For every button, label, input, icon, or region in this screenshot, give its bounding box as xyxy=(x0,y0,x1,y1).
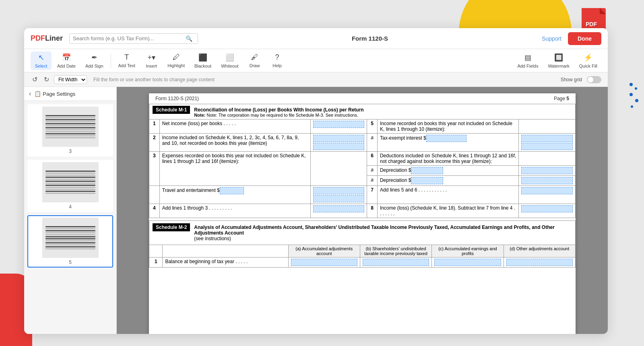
col-empty2 xyxy=(163,245,288,257)
draw-tool[interactable]: 🖋 Draw xyxy=(244,51,265,70)
row-6-num: 6 xyxy=(367,152,378,166)
row-8-input[interactable] xyxy=(519,204,576,218)
row-6-input[interactable] xyxy=(519,152,576,166)
show-grid-label: Show grid xyxy=(561,77,582,82)
schedule-m2-row-1: 1 Balance at beginning of tax year . . .… xyxy=(149,257,576,268)
calendar-icon: 📅 xyxy=(62,53,71,62)
row-7-label: Add lines 5 and 6 . . . . . . . . . . . xyxy=(377,186,518,204)
row-5-input[interactable] xyxy=(519,119,576,134)
page-thumb-5[interactable]: 5 xyxy=(27,215,113,268)
svg-text:PDF: PDF xyxy=(586,21,597,27)
row-5a-input[interactable] xyxy=(519,134,576,152)
support-link[interactable]: Support xyxy=(542,35,561,42)
quick-fill-icon: ⚡ xyxy=(584,53,592,62)
insert-tool[interactable]: +▾ Insert xyxy=(141,51,162,70)
row-2-label: Income included on Schedule K, lines 1, … xyxy=(159,134,310,152)
search-input[interactable] xyxy=(73,35,186,41)
schedule-m2-table: Schedule M-2 Analysis of Accumulated Adj… xyxy=(149,220,576,268)
row-3b-input[interactable] xyxy=(310,186,367,204)
add-date-tool[interactable]: 📅 Add Date xyxy=(53,51,80,70)
page-number: 5 xyxy=(566,96,569,101)
watermark-icon: 🔲 xyxy=(554,53,563,62)
col-b-header: (b) Shareholders' undistributed taxable … xyxy=(360,245,431,257)
schedule-m1-row-3c: Travel and entertainment $ 7 Add lines 5… xyxy=(149,186,576,204)
add-date-label: Add Date xyxy=(57,64,76,68)
row-6a-sublabel: a xyxy=(367,176,378,186)
toolbar-separator-1 xyxy=(111,54,111,68)
logo-pdf-text: PDF xyxy=(31,34,45,43)
page-thumb-3-inner xyxy=(42,107,99,147)
undo-button[interactable]: ↺ xyxy=(31,75,39,84)
page-settings-icon: 📋 xyxy=(34,91,41,97)
pdf-document: Form 1120-S (2021) Page 5 Schedule M-1 R… xyxy=(149,93,576,334)
row-3a-input[interactable] xyxy=(519,166,576,176)
row-4-input[interactable] xyxy=(310,204,367,218)
row-2-input[interactable] xyxy=(310,134,367,152)
quick-fill-tool[interactable]: ⚡ Quick Fill xyxy=(575,51,601,70)
watermark-tool[interactable]: 🔲 Watermark xyxy=(544,51,573,70)
row-3a-text: Depreciation $ xyxy=(377,166,518,176)
row-5-num: 5 xyxy=(367,119,378,134)
sidebar-toggle-button[interactable]: ‹ xyxy=(29,90,31,97)
page-thumb-4-inner xyxy=(42,162,99,202)
page-thumb-5-inner xyxy=(42,218,99,258)
done-button[interactable]: Done xyxy=(568,32,601,45)
search-icon[interactable]: 🔍 xyxy=(186,35,192,42)
logo-liner-text: Liner xyxy=(45,34,63,43)
bg-blue-dots xyxy=(628,80,640,114)
draw-label: Draw xyxy=(250,63,260,68)
whiteout-tool[interactable]: ⬜ Whiteout xyxy=(217,51,242,70)
row-1-num: 1 xyxy=(149,119,160,134)
row-3b-blank xyxy=(149,186,160,204)
topbar: PDF Liner 🔍 Form 1120-S Support Done xyxy=(24,28,608,49)
row-3-num: 3 xyxy=(149,152,160,186)
whiteout-icon: ⬜ xyxy=(225,53,234,62)
page-settings-label: Page Settings xyxy=(43,91,75,97)
toggle-knob xyxy=(588,77,593,82)
page-thumb-3[interactable]: 3 xyxy=(27,104,113,157)
row-4-num: 4 xyxy=(149,204,160,218)
page-thumb-4[interactable]: 4 xyxy=(27,160,113,212)
svg-point-3 xyxy=(635,99,638,102)
help-label: Help xyxy=(272,63,282,68)
schedule-m1-row-3: 3 Expenses recorded on books this year n… xyxy=(149,152,576,166)
blackout-tool[interactable]: ⬛ Blackout xyxy=(190,51,215,70)
pdf-area[interactable]: Form 1120-S (2021) Page 5 Schedule M-1 R… xyxy=(117,87,608,334)
svg-point-1 xyxy=(635,87,637,90)
row-3-input[interactable] xyxy=(310,152,367,186)
zoom-select[interactable]: Fit Width xyxy=(54,75,87,84)
app-window: PDF Liner 🔍 Form 1120-S Support Done ↖ S… xyxy=(24,28,608,334)
m2-row-1-col-a[interactable] xyxy=(288,257,360,268)
add-sign-label: Add Sign xyxy=(85,64,103,68)
highlight-icon: 🖊 xyxy=(173,53,180,62)
m2-row-1-col-b[interactable] xyxy=(360,257,431,268)
select-tool[interactable]: ↖ Select xyxy=(31,51,52,70)
show-grid-toggle[interactable] xyxy=(587,76,601,83)
col-d-header: (d) Other adjustments account xyxy=(504,245,575,257)
m2-row-1-col-c[interactable] xyxy=(432,257,504,268)
row-8-label: Income (loss) (Schedule K, line 18). Sub… xyxy=(377,204,518,218)
redo-button[interactable]: ↻ xyxy=(42,75,51,84)
schedule-m1-table: Schedule M-1 Reconciliation of Income (L… xyxy=(149,104,576,218)
schedule-m1-header-row: Schedule M-1 Reconciliation of Income (L… xyxy=(149,104,576,119)
draw-icon: 🖋 xyxy=(251,53,258,62)
row-6a-input[interactable] xyxy=(519,176,576,186)
row-1-input[interactable] xyxy=(310,119,367,134)
row-7-input[interactable] xyxy=(519,186,576,204)
schedule-m1-note: Note: Note: The corporation may be requi… xyxy=(194,113,363,117)
fields-icon: ▤ xyxy=(524,53,531,62)
add-sign-tool[interactable]: ✒ Add Sign xyxy=(81,51,107,70)
pdf-header-row: Form 1120-S (2021) Page 5 xyxy=(149,93,576,104)
highlight-tool[interactable]: 🖊 Highlight xyxy=(163,51,189,70)
svg-point-0 xyxy=(630,83,633,86)
hint-text: Fill the form or use another tools to ch… xyxy=(93,77,215,82)
m2-row-1-col-d[interactable] xyxy=(504,257,575,268)
add-text-tool[interactable]: T Add Text xyxy=(114,51,140,70)
content-area: ‹ 📋 Page Settings 3 xyxy=(24,87,608,334)
watermark-label: Watermark xyxy=(548,64,569,68)
search-bar[interactable]: 🔍 xyxy=(69,33,198,44)
add-fields-tool[interactable]: ▤ Add Fields xyxy=(513,51,542,70)
row-5a-text: Tax-exempt interest $ xyxy=(377,134,518,152)
schedule-m1-label: Schedule M-1 xyxy=(153,106,190,114)
help-tool[interactable]: ? Help xyxy=(267,51,288,70)
